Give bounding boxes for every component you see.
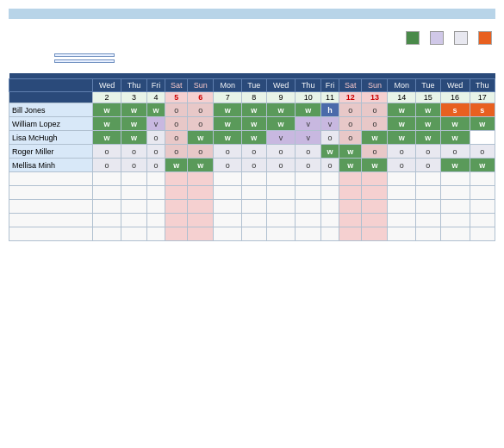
shift-cell-0-14: s [440, 103, 470, 117]
shift-cell-0-0: w [92, 103, 121, 117]
date-cell-1: 3 [121, 92, 146, 103]
empty-cell-0-5 [214, 172, 241, 186]
year-row [9, 59, 495, 63]
empty-cell-2-2 [146, 200, 165, 214]
empty-cell-0-15 [470, 172, 495, 186]
shift-cell-4-5: o [214, 159, 241, 172]
schedule-table: WedThuFriSatSunMonTueWedThuFriSatSunMonT… [9, 73, 495, 241]
shift-cell-2-1: w [121, 131, 146, 145]
shift-cell-0-7: w [266, 103, 296, 117]
empty-cell-1-1 [121, 186, 146, 200]
empty-cell-1-14 [440, 186, 470, 200]
shift-cell-2-8: v [296, 131, 320, 145]
empty-cell-2-4 [188, 200, 214, 214]
vacation-icon [430, 31, 444, 45]
shift-cell-2-5: w [214, 131, 241, 145]
empty-cell-3-1 [121, 214, 146, 227]
empty-cell-1-6 [241, 186, 266, 200]
empty-name-1 [9, 186, 93, 200]
shift-cell-2-14: w [440, 131, 470, 145]
empty-cell-4-11 [362, 227, 388, 241]
empty-cell-3-2 [146, 214, 165, 227]
empty-cell-4-10 [339, 227, 362, 241]
empty-cell-4-14 [440, 227, 470, 241]
empty-cell-3-0 [92, 214, 121, 227]
table-row: Roger Millerooooooooowwooooo [9, 145, 495, 159]
table-row [9, 227, 495, 241]
shift-cell-3-0: o [92, 145, 121, 159]
shift-cell-0-3: o [165, 103, 188, 117]
date-cell-10: 12 [339, 92, 362, 103]
shift-cell-1-15: w [470, 117, 495, 131]
shift-cell-0-11: o [362, 103, 388, 117]
shift-cell-3-4: o [188, 145, 214, 159]
shift-cell-1-6: w [241, 117, 266, 131]
month-value[interactable] [54, 53, 115, 57]
day-header-13: Tue [415, 79, 440, 92]
date-cell-2: 4 [146, 92, 165, 103]
day-header-0: Wed [92, 79, 121, 92]
employee-col-header [9, 79, 93, 92]
date-cell-5: 7 [214, 92, 241, 103]
empty-cell-3-4 [188, 214, 214, 227]
employee-name-1: William Lopez [9, 117, 93, 131]
empty-cell-0-14 [440, 172, 470, 186]
shift-cell-2-11: w [362, 131, 388, 145]
empty-cell-2-15 [470, 200, 495, 214]
empty-cell-4-1 [121, 227, 146, 241]
shift-cell-4-13: o [415, 159, 440, 172]
empty-cell-3-14 [440, 214, 470, 227]
shift-cell-4-1: o [121, 159, 146, 172]
date-cell-3: 5 [165, 92, 188, 103]
shift-cell-3-3: o [165, 145, 188, 159]
info-section [9, 53, 495, 63]
empty-cell-3-7 [266, 214, 296, 227]
empty-name-0 [9, 172, 93, 186]
shift-cell-0-1: w [121, 103, 146, 117]
shift-cell-4-2: o [146, 159, 165, 172]
shift-cell-2-3: o [165, 131, 188, 145]
date-cell-6: 8 [241, 92, 266, 103]
empty-cell-2-12 [388, 200, 415, 214]
empty-cell-0-13 [415, 172, 440, 186]
shift-cell-1-14: w [440, 117, 470, 131]
empty-cell-0-6 [241, 172, 266, 186]
shift-cell-4-8: o [296, 159, 320, 172]
day-header-1: Thu [121, 79, 146, 92]
date-cell-8: 10 [296, 92, 320, 103]
shift-cell-0-6: w [241, 103, 266, 117]
empty-cell-0-3 [165, 172, 188, 186]
empty-cell-4-9 [320, 227, 339, 241]
empty-cell-3-9 [320, 214, 339, 227]
empty-cell-4-7 [266, 227, 296, 241]
shift-cell-0-13: w [415, 103, 440, 117]
year-value[interactable] [54, 59, 115, 63]
table-row [9, 172, 495, 186]
shift-cell-3-12: o [388, 145, 415, 159]
day-header-8: Thu [296, 79, 320, 92]
shift-cell-3-13: o [415, 145, 440, 159]
shift-cell-2-6: w [241, 131, 266, 145]
empty-cell-2-13 [415, 200, 440, 214]
empty-cell-0-12 [388, 172, 415, 186]
shift-cell-4-12: o [388, 159, 415, 172]
day-header-5: Mon [214, 79, 241, 92]
shift-cell-3-15: o [470, 145, 495, 159]
shift-cell-1-10: o [339, 117, 362, 131]
day-header-10: Sat [339, 79, 362, 92]
shift-cell-4-3: w [165, 159, 188, 172]
legend [406, 31, 495, 45]
empty-cell-0-1 [121, 172, 146, 186]
empty-cell-3-15 [470, 214, 495, 227]
empty-cell-1-0 [92, 186, 121, 200]
day-header-4: Sun [188, 79, 214, 92]
shift-cell-2-9: o [320, 131, 339, 145]
day-header-9: Fri [320, 79, 339, 92]
date-cell-4: 6 [188, 92, 214, 103]
empty-cell-0-10 [339, 172, 362, 186]
employee-name-3: Roger Miller [9, 145, 93, 159]
sickday-icon [478, 31, 492, 45]
shift-cell-1-0: w [92, 117, 121, 131]
empty-cell-0-7 [266, 172, 296, 186]
empty-cell-1-9 [320, 186, 339, 200]
